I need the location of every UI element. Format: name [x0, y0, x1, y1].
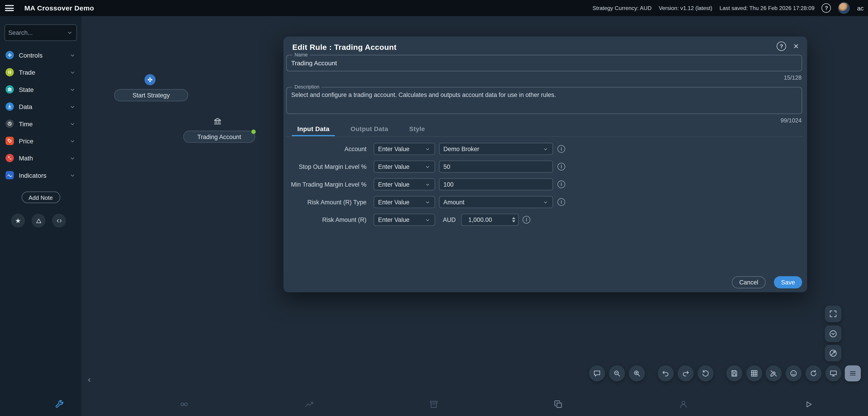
mode-select[interactable]: Enter Value: [374, 178, 435, 190]
mode-select[interactable]: Enter Value: [374, 143, 435, 155]
form-row: Risk Amount (R)Enter ValueAUDi: [283, 214, 807, 226]
tab-style[interactable]: Style: [399, 121, 436, 136]
chevron-down-icon: [425, 164, 431, 170]
chevron-down-icon: [69, 155, 76, 161]
avatar[interactable]: [838, 2, 850, 14]
chevron-down-icon[interactable]: [66, 29, 73, 36]
mode-select[interactable]: Enter Value: [374, 160, 435, 173]
person-icon[interactable]: [678, 399, 688, 409]
zoom-out-button[interactable]: [609, 365, 625, 381]
row-label: Min Trading Margin Level %: [283, 181, 366, 188]
chevron-down-icon: [69, 52, 76, 58]
link-icon[interactable]: [179, 399, 189, 409]
play-icon[interactable]: [803, 399, 813, 409]
node-start-strategy[interactable]: Start Strategy: [114, 89, 188, 101]
cancel-button[interactable]: Cancel: [732, 276, 766, 289]
collapse-button[interactable]: [825, 325, 841, 342]
value-select[interactable]: Demo Broker: [439, 143, 553, 155]
info-icon[interactable]: i: [523, 216, 530, 224]
sidebar-collapse-icon[interactable]: [86, 376, 93, 384]
mode-select[interactable]: Enter Value: [374, 214, 435, 226]
sidebar-item-label: Data: [19, 103, 69, 110]
triangle-button[interactable]: [32, 214, 45, 228]
star-button[interactable]: ★: [11, 214, 25, 228]
clock-icon: [5, 120, 14, 128]
locate-button[interactable]: [825, 345, 841, 361]
chevron-down-icon: [425, 199, 431, 205]
tab-input-data[interactable]: Input Data: [287, 121, 340, 136]
archive-icon[interactable]: [429, 399, 439, 409]
info-icon[interactable]: i: [557, 145, 565, 153]
fit-view-button[interactable]: [825, 306, 841, 322]
sidebar-item-label: Trade: [19, 69, 69, 75]
top-bar-right: Strategy Currency: AUD Version: v1.12 (l…: [592, 2, 863, 14]
zoom-in-button[interactable]: [628, 365, 645, 381]
wave-icon: [5, 171, 14, 179]
undo-button[interactable]: [657, 365, 674, 381]
code-button[interactable]: [52, 214, 66, 228]
info-icon[interactable]: i: [557, 181, 565, 188]
copy-icon[interactable]: [553, 399, 563, 409]
value-input[interactable]: [439, 178, 553, 190]
amount-input[interactable]: [462, 216, 512, 223]
wrench-icon[interactable]: [54, 399, 64, 409]
mode-select[interactable]: Enter Value: [374, 196, 435, 208]
add-note-button[interactable]: Add Note: [21, 192, 60, 203]
description-field: Description Select and configure a tradi…: [286, 84, 802, 114]
description-input[interactable]: Select and configure a trading account. …: [291, 90, 797, 103]
bank-icon: [213, 117, 222, 126]
sidebar-item-indicators[interactable]: Indicators: [0, 167, 82, 184]
sidebar-item-controls[interactable]: Controls: [0, 46, 82, 63]
node-trading-account[interactable]: Trading Account: [183, 131, 255, 143]
help-icon[interactable]: ?: [822, 3, 831, 13]
value-select[interactable]: Amount: [439, 196, 553, 208]
app-title: MA Crossover Demo: [24, 4, 94, 12]
user-initials: ac: [857, 5, 863, 11]
tag-icon: [5, 137, 14, 145]
tab-output-data[interactable]: Output Data: [340, 121, 399, 136]
modal-title: Edit Rule : Trading Account: [292, 42, 397, 52]
grid-button[interactable]: [746, 365, 762, 381]
bank-icon: [5, 85, 14, 94]
list-button[interactable]: [844, 365, 861, 381]
sidebar-item-data[interactable]: Data: [0, 98, 82, 115]
sidebar-item-state[interactable]: State: [0, 81, 82, 98]
stepper-arrows-icon[interactable]: [512, 217, 516, 223]
info-icon[interactable]: i: [557, 198, 565, 206]
trend-icon[interactable]: [304, 399, 314, 409]
info-icon[interactable]: i: [557, 163, 565, 170]
amount-stepper[interactable]: [461, 214, 519, 226]
menu-icon[interactable]: [5, 5, 14, 11]
name-input[interactable]: [291, 59, 797, 70]
chevron-down-icon: [542, 146, 549, 152]
tab-bar: Input DataOutput DataStyle: [287, 121, 436, 136]
sidebar-item-label: State: [19, 86, 69, 93]
sidebar-item-price[interactable]: Price: [0, 132, 82, 149]
form-row: Risk Amount (R) TypeEnter ValueAmounti: [283, 196, 807, 208]
description-field-label: Description: [292, 84, 321, 90]
name-field-label: Name: [292, 52, 310, 58]
save-button[interactable]: Save: [774, 276, 802, 289]
search-box[interactable]: [4, 24, 77, 41]
quick-buttons: ★: [11, 214, 82, 228]
search-input[interactable]: [8, 29, 66, 36]
row-label: Account: [283, 146, 366, 152]
history-button[interactable]: [697, 365, 713, 381]
redo-button[interactable]: [677, 365, 693, 381]
value-input[interactable]: [439, 160, 553, 173]
display-button[interactable]: [825, 365, 841, 381]
draw-off-button[interactable]: [765, 365, 781, 381]
node-label: Trading Account: [197, 133, 241, 140]
emoji-button[interactable]: [785, 365, 801, 381]
save-button[interactable]: [726, 365, 742, 381]
comment-button[interactable]: [589, 365, 605, 381]
sidebar-item-time[interactable]: Time: [0, 115, 82, 132]
close-icon[interactable]: ×: [792, 41, 800, 51]
sidebar-item-math[interactable]: Math: [0, 150, 82, 167]
modal-help-icon[interactable]: ?: [777, 41, 786, 51]
start-strategy-icon: [145, 74, 156, 85]
sync-button[interactable]: [805, 365, 822, 381]
version-label: Version: v1.12 (latest): [659, 5, 712, 11]
sidebar-item-label: Indicators: [19, 172, 69, 179]
sidebar-item-trade[interactable]: Trade: [0, 64, 82, 81]
